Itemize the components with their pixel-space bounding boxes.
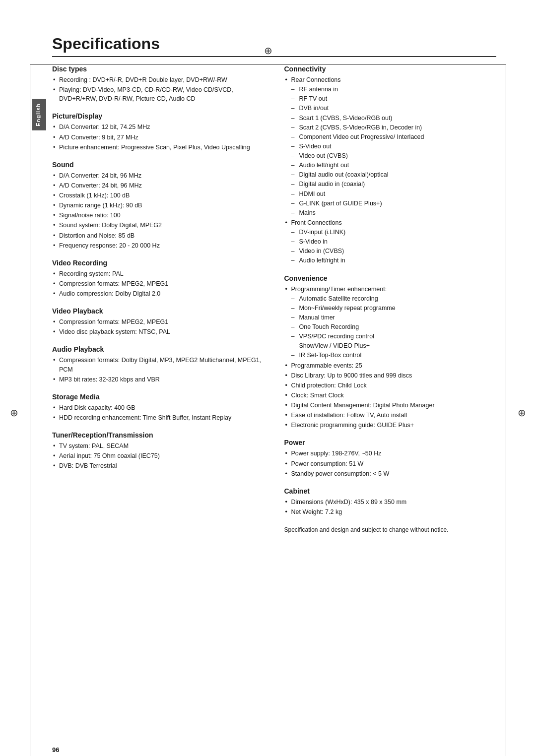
list-item: Picture enhancement: Progressive Scan, P… [52,143,265,152]
page-number: 96 [52,746,59,754]
sub-list-item: Digital audio out (coaxial)/optical [291,170,497,179]
page: ⊕ ⊕ ⊕ ⊕ English Specifications Disc type… [0,35,536,756]
sub-list-item: HDMI out [291,189,497,198]
sub-list-item: RF TV out [291,94,497,103]
section-tuner-reception: Tuner/Reception/TransmissionTV system: P… [52,431,265,470]
list-item: Compression formats: MPEG2, MPEG1 [52,279,265,288]
section-title-sound: Sound [52,161,265,169]
section-title-storage-media: Storage Media [52,393,265,401]
section-title-audio-playback: Audio Playback [52,345,265,353]
section-convenience: ConvenienceProgramming/Timer enhancement… [284,274,497,430]
section-title-cabinet: Cabinet [284,487,497,495]
list-item: D/A Converter: 12 bit, 74.25 MHz [52,123,265,131]
list-item: Child protection: Child Lock [284,381,497,390]
list-item: Recording system: PAL [52,269,265,278]
sub-list-item: Video in (CVBS) [291,247,497,255]
list-item: Front ConnectionsDV-input (i.LINK)S-Vide… [284,218,497,265]
list-item: Sound system: Dolby Digital, MPEG2 [52,221,265,230]
sub-list-item: Video out (CVBS) [291,151,497,160]
list-item: TV system: PAL, SECAM [52,441,265,450]
list-item: Programmable events: 25 [284,361,497,370]
sub-list-item: S-Video in [291,237,497,246]
main-content: Specifications Disc typesRecording : DVD… [52,35,496,534]
notice-text: Specification and design and subject to … [284,525,497,534]
list-item: Crosstalk (1 kHz): 100 dB [52,191,265,200]
two-column-layout: Disc typesRecording : DVD+R/-R, DVD+R Do… [52,65,496,534]
list-item: Disc Library: Up to 9000 titles and 999 … [284,371,497,380]
sub-list-item: Audio left/right in [291,256,497,265]
list-item: Aerial input: 75 Ohm coaxial (IEC75) [52,451,265,460]
list-item: Dimensions (WxHxD): 435 x 89 x 350 mm [284,498,497,506]
list-item: Electronic programming guide: GUIDE Plus… [284,421,497,430]
list-item: D/A Converter: 24 bit, 96 MHz [52,171,265,180]
sub-list-item: DVB in/out [291,104,497,113]
section-picture-display: Picture/DisplayD/A Converter: 12 bit, 74… [52,112,265,151]
section-video-recording: Video RecordingRecording system: PALComp… [52,259,265,298]
section-connectivity: ConnectivityRear ConnectionsRF antenna i… [284,65,497,265]
list-item: MP3 bit rates: 32-320 kbps and VBR [52,375,265,384]
sub-list-item: Component Video out Progressive/ Interla… [291,132,497,141]
list-item: HDD recording enhancement: Time Shift Bu… [52,413,265,422]
sub-list-item: IR Set-Top-Box control [291,351,497,360]
list-item: Power supply: 198-276V, ~50 Hz [284,449,497,458]
sub-list-item: Digital audio in (coaxial) [291,180,497,189]
section-title-picture-display: Picture/Display [52,112,265,120]
page-title: Specifications [52,35,496,57]
border-left [30,64,30,756]
list-item: Dynamic range (1 kHz): 90 dB [52,201,265,210]
list-item: A/D Converter: 24 bit, 96 MHz [52,181,265,190]
list-item: Recording : DVD+R/-R, DVD+R Double layer… [52,75,265,84]
list-item: Net Weight: 7.2 kg [284,507,497,516]
list-item: Playing: DVD-Video, MP3-CD, CD-R/CD-RW, … [52,85,265,103]
reg-mark-top: ⊕ [264,45,272,57]
list-item: Distortion and Noise: 85 dB [52,231,265,240]
list-item: Audio compression: Dolby Digital 2.0 [52,289,265,298]
list-item: Hard Disk capacity: 400 GB [52,403,265,412]
section-title-connectivity: Connectivity [284,65,497,73]
section-title-tuner-reception: Tuner/Reception/Transmission [52,431,265,439]
list-item: Digital Content Management: Digital Phot… [284,401,497,410]
sub-list-item: S-Video out [291,142,497,151]
sub-list-item: DV-input (i.LINK) [291,228,497,237]
section-title-power: Power [284,439,497,446]
list-item: Ease of installation: Follow TV, Auto in… [284,411,497,420]
reg-mark-right: ⊕ [518,407,526,419]
list-item: Standby power consumption: < 5 W [284,469,497,478]
section-sound: SoundD/A Converter: 24 bit, 96 MHzA/D Co… [52,161,265,250]
sub-list-item: Manual timer [291,313,497,322]
list-item: Power consumption: 51 W [284,459,497,468]
border-right [506,64,506,756]
section-title-video-recording: Video Recording [52,259,265,267]
list-item: Compression formats: MPEG2, MPEG1 [52,317,265,326]
list-item: Frequency response: 20 - 20 000 Hz [52,241,265,250]
section-title-convenience: Convenience [284,274,497,282]
sub-list-item: Scart 1 (CVBS, S-Video/RGB out) [291,114,497,123]
sub-list-item: Mains [291,208,497,217]
language-sidebar: English [32,99,46,130]
section-title-video-playback: Video Playback [52,307,265,315]
border-top [30,64,506,65]
list-item: Compression formats: Dolby Digital, MP3,… [52,356,265,374]
sub-list-item: RF antenna in [291,85,497,94]
sub-list-item: VPS/PDC recording control [291,332,497,341]
right-column: ConnectivityRear ConnectionsRF antenna i… [284,65,497,534]
left-column: Disc typesRecording : DVD+R/-R, DVD+R Do… [52,65,265,534]
sub-list-item: Automatic Satellite recording [291,294,497,303]
reg-mark-left: ⊕ [10,407,18,419]
section-storage-media: Storage MediaHard Disk capacity: 400 GBH… [52,393,265,422]
sub-list-item: Mon~Fri/weekly repeat programme [291,304,497,313]
section-audio-playback: Audio PlaybackCompression formats: Dolby… [52,345,265,383]
list-item: DVB: DVB Terrestrial [52,461,265,470]
section-disc-types: Disc typesRecording : DVD+R/-R, DVD+R Do… [52,65,265,103]
section-title-disc-types: Disc types [52,65,265,73]
section-cabinet: CabinetDimensions (WxHxD): 435 x 89 x 35… [284,487,497,516]
sub-list-item: Scart 2 (CVBS, S-Video/RGB in, Decoder i… [291,123,497,132]
list-item: Programming/Timer enhancement:Automatic … [284,285,497,360]
list-item: Video disc playback system: NTSC, PAL [52,327,265,336]
section-power: PowerPower supply: 198-276V, ~50 HzPower… [284,439,497,478]
list-item: Rear ConnectionsRF antenna inRF TV outDV… [284,75,497,217]
list-item: Signal/noise ratio: 100 [52,211,265,220]
sub-list-item: Audio left/right out [291,161,497,170]
sub-list-item: G-LINK (part of GUIDE Plus+) [291,199,497,208]
list-item: Clock: Smart Clock [284,391,497,400]
